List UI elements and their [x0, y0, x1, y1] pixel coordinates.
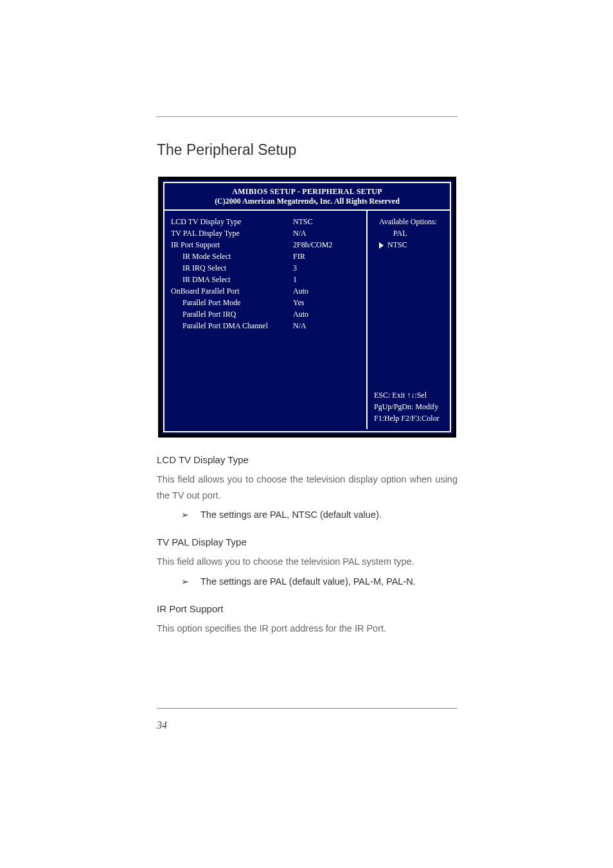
- bullet-item: ➢ The settings are PAL, NTSC (default va…: [181, 509, 458, 520]
- bios-label: IR Mode Select: [171, 251, 293, 262]
- bios-value: 2F8h/COM2: [293, 239, 332, 251]
- body-text: This field allows you to choose the tele…: [157, 472, 458, 503]
- page-number: 34: [157, 720, 167, 731]
- bios-label: Parallel Port IRQ: [171, 308, 293, 320]
- bios-row: Parallel Port ModeYes: [171, 297, 368, 308]
- subheading-lcd: LCD TV Display Type: [157, 454, 458, 465]
- bios-value: Auto: [293, 308, 308, 320]
- bios-option: PAL: [373, 227, 445, 239]
- bios-option-label: PAL: [393, 229, 407, 238]
- bios-screenshot: AMIBIOS SETUP - PERIPHERAL SETUP (C)2000…: [158, 177, 456, 438]
- bios-title-line2: (C)2000 American Megatrends, Inc. All Ri…: [164, 197, 450, 206]
- body-text: This option specifies the IR port addres…: [157, 621, 458, 637]
- subheading-ir: IR Port Support: [157, 603, 458, 614]
- section-title: The Peripheral Setup: [157, 141, 458, 159]
- bios-option-label: NTSC: [387, 240, 407, 249]
- bios-value: FIR: [293, 251, 305, 262]
- bullet-icon: ➢: [181, 576, 189, 587]
- bios-row: IR DMA Select1: [171, 274, 368, 285]
- triangle-right-icon: [379, 242, 384, 249]
- bios-options-panel: Available Options: PAL NTSC: [368, 211, 450, 251]
- body-text: This field allows you to choose the tele…: [157, 554, 458, 570]
- bios-row: Parallel Port DMA ChannelN/A: [171, 320, 368, 332]
- bios-option-selected: NTSC: [373, 239, 445, 251]
- top-rule: [157, 116, 458, 117]
- bullet-item: ➢ The settings are PAL (default value), …: [181, 576, 458, 587]
- bios-value: 1: [293, 274, 297, 285]
- bios-label: IR Port Support: [171, 239, 293, 251]
- bios-row: LCD TV Display TypeNTSC: [171, 216, 368, 227]
- bios-row: IR IRQ Select3: [171, 262, 368, 274]
- bios-label: IR IRQ Select: [171, 262, 293, 274]
- bios-value: N/A: [293, 227, 306, 239]
- bios-row: OnBoard Parallel PortAuto: [171, 285, 368, 297]
- bios-label: LCD TV Display Type: [171, 216, 293, 227]
- bios-row: Parallel Port IRQAuto: [171, 308, 368, 320]
- bios-value: Auto: [293, 285, 308, 297]
- bios-title-line1: AMIBIOS SETUP - PERIPHERAL SETUP: [164, 187, 450, 197]
- bullet-text: The settings are PAL, NTSC (default valu…: [200, 509, 382, 520]
- bios-label: Parallel Port DMA Channel: [171, 320, 293, 332]
- subheading-pal: TV PAL Display Type: [157, 536, 458, 547]
- bios-value: Yes: [293, 297, 304, 308]
- bottom-rule: [157, 708, 458, 709]
- bios-value: 3: [293, 262, 297, 274]
- bios-label: Parallel Port Mode: [171, 297, 293, 308]
- bios-options-title: Available Options:: [373, 216, 445, 227]
- bullet-text: The settings are PAL (default value), PA…: [200, 576, 416, 587]
- bios-header: AMIBIOS SETUP - PERIPHERAL SETUP (C)2000…: [164, 183, 450, 208]
- bios-key-hints: ESC: Exit ↑↓:Sel PgUp/PgDn: Modify F1:He…: [374, 389, 445, 424]
- bios-hint-line: F1:Help F2/F3:Color: [374, 412, 445, 424]
- bios-settings-list: LCD TV Display TypeNTSC TV PAL Display T…: [164, 211, 368, 332]
- bullet-icon: ➢: [181, 509, 189, 520]
- bios-value: N/A: [293, 320, 306, 332]
- bios-row: IR Port Support2F8h/COM2: [171, 239, 368, 251]
- bios-value: NTSC: [293, 216, 313, 227]
- bios-hint-line: ESC: Exit ↑↓:Sel: [374, 389, 445, 401]
- bios-label: OnBoard Parallel Port: [171, 285, 293, 297]
- bios-row: IR Mode SelectFIR: [171, 251, 368, 262]
- bios-label: TV PAL Display Type: [171, 227, 293, 239]
- bios-row: TV PAL Display TypeN/A: [171, 227, 368, 239]
- bios-hint-line: PgUp/PgDn: Modify: [374, 401, 445, 412]
- bios-label: IR DMA Select: [171, 274, 293, 285]
